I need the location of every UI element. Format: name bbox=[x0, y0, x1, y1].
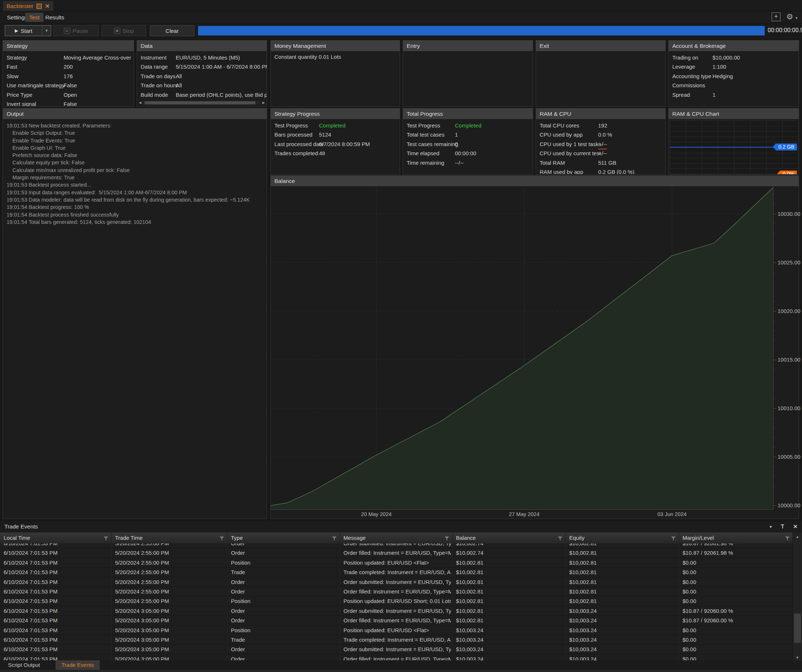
field-label: Test Progress bbox=[407, 122, 440, 129]
play-icon: ▶ bbox=[15, 28, 18, 33]
scrollbar-thumb[interactable] bbox=[794, 614, 801, 643]
field-label: Use martingale strategy bbox=[6, 82, 64, 88]
add-instance-icon[interactable]: + bbox=[772, 13, 781, 21]
table-row[interactable]: 6/10/2024 7:01:53 PM5/20/2024 3:05:00 PM… bbox=[0, 606, 793, 616]
field-label: Fast bbox=[6, 63, 17, 70]
field-value: 192 bbox=[598, 121, 607, 130]
scroll-up-icon[interactable]: ▲ bbox=[793, 535, 802, 539]
filter-icon[interactable] bbox=[103, 536, 108, 541]
table-row[interactable]: 6/10/2024 7:01:53 PM5/20/2024 2:55:00 PM… bbox=[0, 567, 793, 577]
filter-icon[interactable] bbox=[671, 536, 676, 541]
table-row[interactable]: 6/10/2024 7:01:53 PM5/20/2024 2:55:00 PM… bbox=[0, 548, 793, 558]
column-header-local-time[interactable]: Local Time bbox=[4, 533, 102, 543]
field-label: CPU used by current test bbox=[540, 150, 601, 156]
table-row[interactable]: 6/10/2024 7:01:53 PM5/20/2024 2:55:00 PM… bbox=[0, 558, 793, 567]
cell-margin-level: $10.87 / 92060.00 % bbox=[682, 606, 791, 616]
data-panel: Data InstrumentEUR/USD, 5 Minutes (M5)Da… bbox=[137, 40, 267, 107]
balance-y-axis: 10000.0010005.0010010.0010015.0010020.00… bbox=[773, 187, 799, 509]
scroll-left-icon[interactable]: ◀ bbox=[139, 101, 141, 105]
column-separator bbox=[227, 533, 228, 543]
table-vertical-scrollbar[interactable]: ▲ ▼ bbox=[792, 533, 802, 662]
field-row: CPU used by current test--/-- bbox=[536, 149, 665, 158]
field-row: Build modeBase period (OHLC points), use… bbox=[137, 90, 267, 99]
cell-margin-level: $10.87 / 92060.00 % bbox=[682, 616, 791, 625]
table-horizontal-scrollbar[interactable] bbox=[0, 670, 802, 672]
table-row[interactable]: 6/10/2024 7:01:53 PM5/20/2024 3:05:00 PM… bbox=[0, 635, 793, 645]
column-header-equity[interactable]: Equity bbox=[569, 533, 669, 543]
filter-icon[interactable] bbox=[332, 536, 337, 541]
cell-message: Position updated: EUR/USD <Flat> bbox=[343, 626, 451, 635]
scrollbar-thumb[interactable] bbox=[145, 101, 255, 105]
field-row: Test ProgressCompleted bbox=[403, 121, 533, 130]
start-button[interactable]: ▶ Start ▼ bbox=[5, 25, 51, 36]
field-label: Data range bbox=[141, 63, 168, 70]
filter-icon[interactable] bbox=[785, 536, 790, 541]
data-horizontal-scrollbar[interactable]: ◀ ▶ bbox=[138, 100, 266, 105]
y-axis-minor-tick bbox=[773, 243, 775, 243]
scroll-right-icon[interactable]: ▶ bbox=[262, 101, 265, 105]
cell-local-time: 6/10/2024 7:01:53 PM bbox=[4, 596, 110, 606]
cell-balance: $10,002.81 bbox=[456, 606, 564, 616]
close-icon[interactable]: ✕ bbox=[793, 523, 798, 530]
filter-icon[interactable] bbox=[219, 536, 224, 541]
field-label: Time elapsed bbox=[407, 150, 440, 156]
field-label: Test Progress bbox=[274, 122, 308, 129]
pause-button[interactable]: Pause bbox=[53, 25, 99, 36]
log-line: 19:01:53 Input data ranges evaluated: 5/… bbox=[6, 189, 263, 196]
table-row[interactable]: 6/10/2024 7:01:53 PM5/20/2024 2:55:00 PM… bbox=[0, 543, 793, 548]
filter-icon[interactable] bbox=[558, 536, 563, 541]
field-label: Accounting type bbox=[672, 73, 711, 79]
table-row[interactable]: 6/10/2024 7:01:53 PM5/20/2024 3:05:00 PM… bbox=[0, 616, 793, 625]
field-label: Total test cases bbox=[407, 131, 444, 138]
panel-title: Output bbox=[3, 108, 267, 119]
pin-icon[interactable] bbox=[781, 524, 785, 529]
cell-margin-level: $0.00 bbox=[682, 645, 791, 654]
total-progress-panel: Total Progress Test ProgressCompletedTot… bbox=[403, 108, 533, 174]
scroll-down-icon[interactable]: ▼ bbox=[793, 656, 802, 659]
menubar: Settings Test Results + ⚙ ▼ bbox=[0, 11, 802, 23]
gear-icon: ⚙ bbox=[786, 13, 793, 21]
table-body: 6/10/2024 7:01:53 PM5/20/2024 2:55:00 PM… bbox=[0, 543, 793, 662]
cell-local-time: 6/10/2024 7:01:53 PM bbox=[4, 616, 110, 625]
cell-equity: $10,002.81 bbox=[569, 543, 677, 548]
settings-menu-button[interactable]: ⚙ ▼ bbox=[786, 13, 798, 21]
cell-margin-level: $10.87 / 92061.98 % bbox=[682, 548, 791, 558]
column-header-message[interactable]: Message bbox=[343, 533, 443, 543]
start-label: Start bbox=[21, 28, 32, 34]
field-label: Trades completed bbox=[274, 150, 318, 156]
column-header-margin-level[interactable]: Margin/Level bbox=[682, 533, 783, 543]
pause-label: Pause bbox=[73, 28, 89, 34]
tab-backtester[interactable]: Backtester ✕ bbox=[3, 1, 53, 11]
column-header-balance[interactable]: Balance bbox=[456, 533, 556, 543]
tab-script-output[interactable]: Script Output bbox=[2, 660, 46, 670]
log-line: 19:01:53 Backtest process started... bbox=[6, 181, 263, 189]
cell-equity: $10,003.24 bbox=[569, 626, 677, 635]
column-header-type[interactable]: Type bbox=[231, 533, 330, 543]
table-row[interactable]: 6/10/2024 7:01:53 PM5/20/2024 3:05:00 PM… bbox=[0, 626, 793, 635]
cell-message: Position updated: EUR/USD <Flat> bbox=[343, 558, 451, 567]
chevron-down-icon[interactable]: ▼ bbox=[769, 525, 773, 529]
output-panel: Output 19:01:53 New backtest created. Pa… bbox=[3, 108, 267, 519]
tab-test[interactable]: Test bbox=[25, 13, 44, 22]
table-row[interactable]: 6/10/2024 7:01:53 PM5/20/2024 2:55:00 PM… bbox=[0, 587, 793, 596]
cell-equity: $10,002.81 bbox=[569, 596, 677, 606]
tab-trade-events[interactable]: Trade Events bbox=[55, 660, 100, 670]
cell-trade-time: 5/20/2024 3:05:00 PM bbox=[115, 645, 226, 654]
clear-button[interactable]: Clear bbox=[150, 25, 194, 36]
filter-icon[interactable] bbox=[444, 536, 450, 541]
field-row: Spread1 bbox=[669, 90, 799, 99]
stop-button[interactable]: Stop bbox=[102, 25, 146, 36]
restore-icon[interactable] bbox=[37, 4, 42, 9]
table-row[interactable]: 6/10/2024 7:01:53 PM5/20/2024 3:05:00 PM… bbox=[0, 645, 793, 654]
cell-trade-time: 5/20/2024 2:55:00 PM bbox=[115, 577, 226, 587]
cell-margin-level: $0.00 bbox=[682, 635, 791, 645]
column-header-trade-time[interactable]: Trade Time bbox=[115, 533, 218, 543]
y-axis-tick bbox=[773, 311, 776, 312]
table-row[interactable]: 6/10/2024 7:01:53 PM5/20/2024 2:55:00 PM… bbox=[0, 577, 793, 587]
close-icon[interactable]: ✕ bbox=[45, 3, 50, 9]
cell-trade-time: 5/20/2024 3:05:00 PM bbox=[115, 626, 226, 635]
tab-results[interactable]: Results bbox=[41, 13, 68, 22]
table-row[interactable]: 6/10/2024 7:01:53 PM5/20/2024 2:55:00 PM… bbox=[0, 596, 793, 606]
start-dropdown[interactable]: ▼ bbox=[42, 26, 51, 36]
field-label: Total RAM bbox=[540, 160, 565, 166]
